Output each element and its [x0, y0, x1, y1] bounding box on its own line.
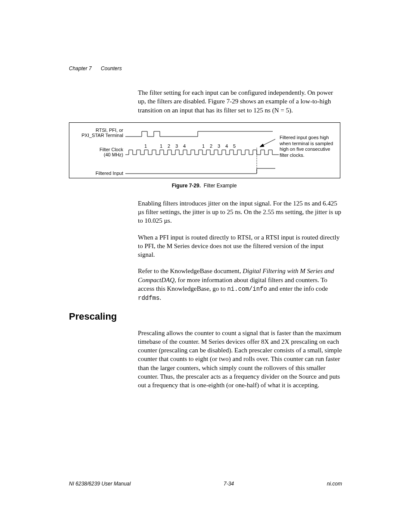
footer-page-number: 7-34: [224, 481, 234, 487]
figure-filter-example: 1 1 2 3 4 1 2 3 4 5 RTSI, PFI, or PXI_ST…: [69, 122, 340, 178]
paragraph-prescaling: Prescaling allows the counter to count a…: [138, 329, 342, 390]
svg-text:1: 1: [160, 143, 162, 149]
svg-text:2: 2: [210, 143, 212, 149]
page-footer: NI 6238/6239 User Manual 7-34 ni.com: [69, 481, 342, 487]
figure-caption-number: Figure 7-29.: [172, 183, 201, 189]
svg-text:3: 3: [218, 143, 220, 149]
running-header: Chapter 7 Counters: [69, 65, 122, 72]
svg-text:3: 3: [175, 143, 178, 149]
figure-note: Filtered input goes high when terminal i…: [280, 135, 340, 159]
section-heading-prescaling: Prescaling: [69, 311, 342, 322]
paragraph-intro: The filter setting for each input can be…: [138, 88, 342, 115]
svg-text:5: 5: [233, 143, 236, 149]
paragraph-routing: When a PFI input is routed directly to R…: [138, 233, 342, 259]
svg-text:2: 2: [168, 143, 170, 149]
page: Chapter 7 Counters The filter setting fo…: [0, 0, 411, 532]
kb-url: ni.com/info: [227, 286, 267, 292]
footer-site: ni.com: [327, 481, 342, 487]
svg-text:4: 4: [225, 143, 228, 149]
figure-label-filtered: Filtered Input: [72, 171, 123, 176]
svg-text:1: 1: [202, 143, 205, 149]
svg-text:4: 4: [183, 143, 186, 149]
figure-caption-text: Filter Example: [204, 183, 237, 189]
footer-manual-title: NI 6238/6239 User Manual: [69, 481, 131, 487]
figure-caption: Figure 7-29. Filter Example: [69, 183, 339, 189]
chapter-number: Chapter 7: [69, 65, 92, 72]
paragraph-kb: Refer to the KnowledgeBase document, Dig…: [138, 267, 342, 302]
body-area: The filter setting for each input can be…: [69, 88, 342, 389]
svg-text:1: 1: [144, 143, 147, 149]
figure-label-clock: Filter Clock (40 MHz): [72, 147, 123, 158]
paragraph-jitter: Enabling filters introduces jitter on th…: [138, 199, 342, 225]
kb-infocode: rddfms: [138, 295, 159, 302]
chapter-title: Counters: [101, 65, 122, 72]
figure-label-terminal: RTSI, PFI, or PXI_STAR Terminal: [72, 128, 123, 138]
svg-marker-1: [260, 144, 264, 147]
